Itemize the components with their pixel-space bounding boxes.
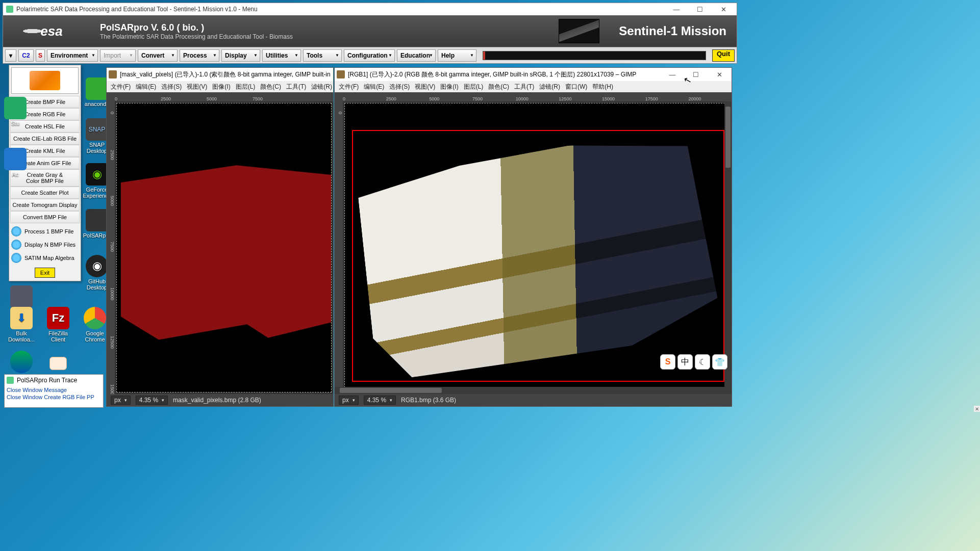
gimp-menu-color[interactable]: 颜色(C) [486, 83, 511, 91]
window-title: Polarimetric SAR Data Processing and Edu… [16, 6, 258, 13]
banner-sub: The Polarimetric SAR Data Processing and… [100, 33, 293, 40]
trace-titlebar[interactable]: PolSARpro Run Trace [5, 375, 103, 386]
gimp-menu-filter[interactable]: 滤镜(R) [537, 83, 562, 91]
maximize-button[interactable]: ☐ [686, 69, 706, 80]
satellite-thumb [559, 19, 599, 43]
minimize-button[interactable]: — [662, 69, 683, 80]
gimp-menu-view[interactable]: 视图(V) [185, 83, 209, 91]
menu-label: Display N BMP Files [24, 242, 76, 248]
run-trace-window: PolSARpro Run Trace Close Window Message… [4, 374, 104, 408]
menu-display-n-bmp[interactable]: Display N BMP Files [9, 238, 81, 251]
configuration-menu[interactable]: Configuration [344, 49, 395, 62]
gimp-menu-layer[interactable]: 图层(L) [234, 83, 258, 91]
trace-body: Close Window Message Close Window Create… [5, 386, 103, 402]
polsarpro-titlebar[interactable]: Polarimetric SAR Data Processing and Edu… [3, 3, 737, 15]
icon-label: Stu [11, 120, 20, 126]
gimp1-ruler-vertical: 0250050007500100001250015000 [107, 101, 115, 394]
convert-menu[interactable]: Convert [138, 49, 178, 62]
desktop-icon-bulk[interactable]: ⬇Bulk Downloa... [6, 307, 37, 343]
menu-create-scatter[interactable]: Create Scatter Plot [10, 187, 80, 199]
gimp1-body: 0250050007500100001250015000 [107, 101, 333, 394]
icon-label: anaconda [85, 101, 109, 107]
scrollbar-vertical[interactable] [724, 101, 732, 394]
menu-create-tomogram[interactable]: Create Tomogram Display [10, 199, 80, 211]
environment-menu[interactable]: Environment [47, 49, 98, 62]
gimp-menu-filter[interactable]: 滤镜(R) [309, 83, 334, 91]
gimp-menu-tools[interactable]: 工具(T) [284, 83, 308, 91]
gimp-menu-color[interactable]: 颜色(C) [258, 83, 283, 91]
gimp1-canvas[interactable] [116, 103, 332, 392]
gimp1-menubar: 文件(F) 编辑(E) 选择(S) 视图(V) 图像(I) 图层(L) 颜色(C… [107, 81, 333, 92]
unit-select[interactable]: px [111, 396, 131, 405]
gimp-menu-file[interactable]: 文件(F) [337, 83, 361, 91]
display-menu-button[interactable]: Display [221, 49, 260, 62]
gimp2-ruler-horizontal: 02500500075001000012500150001750020000 [335, 92, 732, 101]
trace-line: Close Window Create RGB File PP [7, 394, 101, 401]
desktop-icon-ac[interactable]: Ac [0, 148, 31, 177]
process-menu[interactable]: Process [180, 49, 219, 62]
toolbar-dropdown-arrow[interactable]: ▾ [5, 49, 16, 62]
menu-satim-map-algebra[interactable]: SATIM Map Algebra [9, 251, 81, 265]
ime-moon-button[interactable]: ☾ [695, 354, 710, 370]
close-button[interactable]: ✕ [713, 4, 734, 15]
quit-button[interactable]: Quit [712, 49, 735, 62]
help-menu[interactable]: Help [438, 49, 476, 62]
gimp-menu-select[interactable]: 选择(S) [387, 83, 412, 91]
ime-zhong-button[interactable]: 中 [677, 354, 693, 370]
trace-line: Close Window Message [7, 387, 101, 394]
education-menu[interactable]: Education [397, 49, 436, 62]
utilities-menu[interactable]: Utilities [262, 49, 301, 62]
gimp-menu-image[interactable]: 图像(I) [438, 83, 460, 91]
gimp-menu-file[interactable]: 文件(F) [109, 83, 133, 91]
scrollbar-horizontal[interactable] [335, 387, 724, 394]
minimize-button[interactable]: — [666, 4, 687, 15]
polsarpro-banner: esa PolSARpro V. 6.0 ( bio. ) The Polari… [3, 15, 737, 47]
gimp-menu-tools[interactable]: 工具(T) [512, 83, 536, 91]
unit-select[interactable]: px [339, 396, 359, 405]
banner-mission: Sentinel-1 Mission [619, 24, 726, 38]
gimp-window-rgb: [RGB1] (已导入)-2.0 (RGB 颜色 8-bit gamma int… [334, 67, 732, 407]
gimp2-canvas[interactable] [344, 103, 730, 392]
desktop-icon-filezilla[interactable]: FzFileZilla Client [43, 307, 73, 343]
app-icon [6, 6, 13, 13]
close-button[interactable]: ✕ [709, 69, 730, 80]
gimp1-titlebar[interactable]: [mask_valid_pixels] (已导入)-1.0 (索引颜色 8-bi… [107, 68, 333, 81]
tools-menu[interactable]: Tools [303, 49, 342, 62]
menu-label: Process 1 BMP File [24, 228, 73, 234]
ime-skin-button[interactable]: 👕 [712, 354, 727, 370]
menu-convert-bmp[interactable]: Convert BMP File [10, 211, 80, 223]
s-button[interactable]: S [36, 49, 45, 62]
import-menu[interactable]: Import [100, 49, 136, 62]
ime-s-button[interactable]: S [660, 354, 675, 370]
gimp-menu-layer[interactable]: 图层(L) [462, 83, 486, 91]
gimp-menu-edit[interactable]: 编辑(E) [134, 83, 158, 91]
menu-process-1-bmp[interactable]: Process 1 BMP File [9, 225, 81, 238]
desktop-icon-unknown1[interactable] [6, 351, 37, 373]
gimp2-titlebar[interactable]: [RGB1] (已导入)-2.0 (RGB 颜色 8-bit gamma int… [335, 68, 732, 81]
status-text: mask_valid_pixels.bmp (2.8 GB) [173, 397, 261, 404]
gimp-menu-view[interactable]: 视图(V) [413, 83, 437, 91]
gimp1-title: [mask_valid_pixels] (已导入)-1.0 (索引颜色 8-bi… [120, 70, 331, 79]
gimp-menu-help[interactable]: 帮助(H) [590, 83, 615, 91]
gimp-menu-select[interactable]: 选择(S) [159, 83, 184, 91]
zoom-select[interactable]: 4.35 % [364, 396, 396, 405]
banner-main: PolSARpro V. 6.0 ( bio. ) [100, 22, 293, 33]
gimp-menu-window[interactable]: 窗口(W) [563, 83, 589, 91]
progress-bar [483, 51, 706, 60]
gimp2-menubar: 文件(F) 编辑(E) 选择(S) 视图(V) 图像(I) 图层(L) 颜色(C… [335, 81, 732, 92]
menu-exit-button[interactable]: Exit [35, 268, 55, 278]
tray-close-icon[interactable]: ✕ [974, 406, 980, 412]
gimp-icon [337, 70, 345, 78]
desktop-icon-stu[interactable]: Stu [0, 97, 31, 126]
desktop-icon-chrome[interactable]: Google Chrome [80, 307, 110, 343]
maximize-button[interactable]: ☐ [690, 4, 710, 15]
gimp-menu-edit[interactable]: 编辑(E) [362, 83, 386, 91]
globe-icon [11, 240, 21, 250]
menu-create-cielab[interactable]: Create CIE-Lab RGB File [10, 133, 80, 145]
c2-button[interactable]: C2 [18, 49, 34, 62]
icon-label: FileZilla Client [43, 330, 73, 343]
gimp-menu-image[interactable]: 图像(I) [210, 83, 232, 91]
desktop-icon-unknown2[interactable] [43, 357, 73, 370]
zoom-select[interactable]: 4.35 % [136, 396, 168, 405]
globe-icon [11, 226, 21, 237]
